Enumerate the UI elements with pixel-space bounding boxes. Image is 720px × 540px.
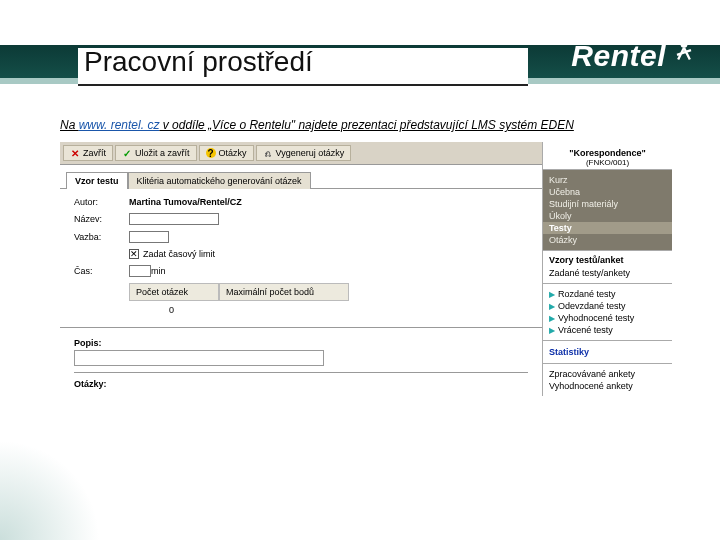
generate-button[interactable]: ⎌Vygeneruj otázky — [256, 145, 352, 161]
desc-input[interactable] — [74, 350, 324, 366]
bind-label: Vazba: — [74, 232, 129, 242]
course-header: "Korespondence" (FNKO/001) — [543, 142, 672, 170]
tab-criteria[interactable]: Klitéria automatického generování otázek — [128, 172, 311, 189]
toolbar: ✕Zavřít ✓Uložit a zavřít ?Otázky ⎌Vygene… — [60, 142, 542, 165]
triangle-icon: ▶ — [549, 302, 555, 311]
col-count: Počet otázek — [129, 283, 219, 301]
nav-kurz[interactable]: Kurz — [549, 174, 666, 186]
bind-input[interactable] — [129, 231, 169, 243]
author-label: Autor: — [74, 197, 129, 207]
time-label: Čas: — [74, 266, 129, 276]
nav-ukoly[interactable]: Úkoly — [549, 210, 666, 222]
generate-icon: ⎌ — [263, 148, 273, 158]
count-value: 0 — [129, 301, 532, 319]
course-nav: Kurz Učebna Studijní materiály Úkoly Tes… — [543, 170, 672, 250]
item-distributed[interactable]: ▶Rozdané testy — [549, 288, 666, 300]
item-returned[interactable]: ▶Vrácené testy — [549, 324, 666, 336]
close-icon: ✕ — [70, 148, 80, 158]
sec-stats[interactable]: Statistiky — [549, 345, 666, 359]
time-unit: min — [151, 266, 166, 276]
desc-label: Popis: — [74, 338, 528, 348]
tab-test-template[interactable]: Vzor testu — [66, 172, 128, 189]
sec-templates: Vzory testů/anket — [549, 255, 666, 265]
slide-caption: Na www. rentel. cz v oddíle „Více o Rent… — [60, 118, 574, 132]
svg-point-0 — [681, 41, 688, 48]
triangle-icon: ▶ — [549, 290, 555, 299]
check-icon: ✓ — [122, 148, 132, 158]
brand-logo: Rentel — [571, 38, 698, 74]
close-button[interactable]: ✕Zavřít — [63, 145, 113, 161]
item-assigned[interactable]: Zadané testy/ankety — [549, 267, 666, 279]
nav-testy[interactable]: Testy — [543, 222, 672, 234]
rentel-link[interactable]: www. rentel. cz — [79, 118, 160, 132]
triangle-icon: ▶ — [549, 314, 555, 323]
nav-materialy[interactable]: Studijní materiály — [549, 198, 666, 210]
time-limit-label: Zadat časový limit — [143, 249, 215, 259]
questions-button[interactable]: ?Otázky — [199, 145, 254, 161]
save-close-button[interactable]: ✓Uložit a zavřít — [115, 145, 197, 161]
question-icon: ? — [206, 148, 216, 158]
col-max: Maximální počet bodů — [219, 283, 349, 301]
time-input[interactable] — [129, 265, 151, 277]
nav-ucebna[interactable]: Učebna — [549, 186, 666, 198]
author-value: Martina Tumova/Rentel/CZ — [129, 197, 242, 207]
time-limit-checkbox[interactable]: ✕ — [129, 249, 139, 259]
questions-label: Otázky: — [74, 379, 528, 389]
item-evaluated[interactable]: ▶Vyhodnocené testy — [549, 312, 666, 324]
triangle-icon: ▶ — [549, 326, 555, 335]
nav-otazky[interactable]: Otázky — [549, 234, 666, 246]
name-label: Název: — [74, 214, 129, 224]
item-surveys-proc[interactable]: Zpracovávané ankety — [549, 368, 666, 380]
name-input[interactable] — [129, 213, 219, 225]
item-submitted[interactable]: ▶Odevzdané testy — [549, 300, 666, 312]
item-surveys-eval[interactable]: Vyhodnocené ankety — [549, 380, 666, 392]
lms-screenshot: ✕Zavřít ✓Uložit a zavřít ?Otázky ⎌Vygene… — [60, 142, 672, 396]
slide-title: Pracovní prostředí — [78, 48, 528, 86]
